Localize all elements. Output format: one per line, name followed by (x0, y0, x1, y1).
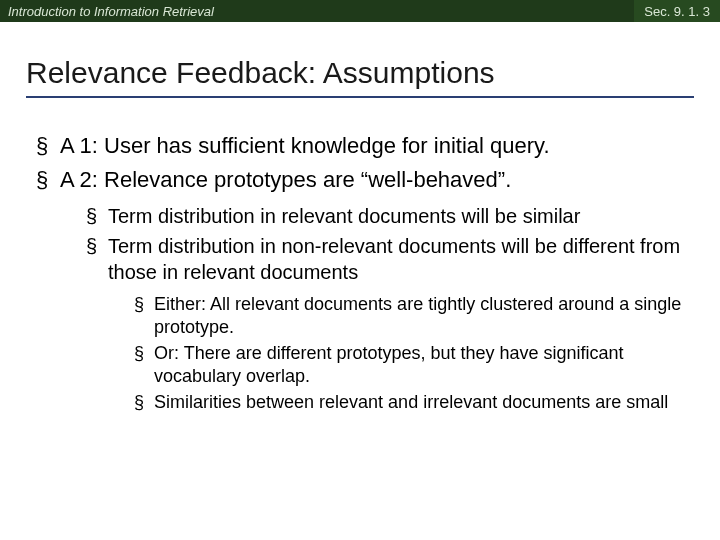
header-bar: Introduction to Information Retrieval Se… (0, 0, 720, 22)
subsub-bullet-3: Similarities between relevant and irrele… (134, 391, 684, 414)
sub-bullet-1: Term distribution in relevant documents … (86, 204, 684, 230)
sub-bullet-2: Term distribution in non-relevant docume… (86, 234, 684, 414)
sub-bullet-2-text: Term distribution in non-relevant docume… (108, 235, 680, 283)
subsub-list: Either: All relevant documents are tight… (134, 293, 684, 414)
bullet-a2-text: A 2: Relevance prototypes are “well-beha… (60, 167, 511, 192)
bullet-list: A 1: User has sufficient knowledge for i… (36, 132, 684, 414)
bullet-a1: A 1: User has sufficient knowledge for i… (36, 132, 684, 160)
course-title: Introduction to Information Retrieval (8, 4, 214, 19)
subsub-bullet-1: Either: All relevant documents are tight… (134, 293, 684, 338)
section-label: Sec. 9. 1. 3 (634, 0, 720, 22)
content-area: A 1: User has sufficient knowledge for i… (0, 108, 720, 414)
title-underline (26, 96, 694, 98)
sub-list: Term distribution in relevant documents … (86, 204, 684, 413)
title-area: Relevance Feedback: Assumptions (0, 22, 720, 108)
slide: Introduction to Information Retrieval Se… (0, 0, 720, 540)
bullet-a2: A 2: Relevance prototypes are “well-beha… (36, 166, 684, 413)
subsub-bullet-2: Or: There are different prototypes, but … (134, 342, 684, 387)
slide-title: Relevance Feedback: Assumptions (26, 56, 694, 90)
